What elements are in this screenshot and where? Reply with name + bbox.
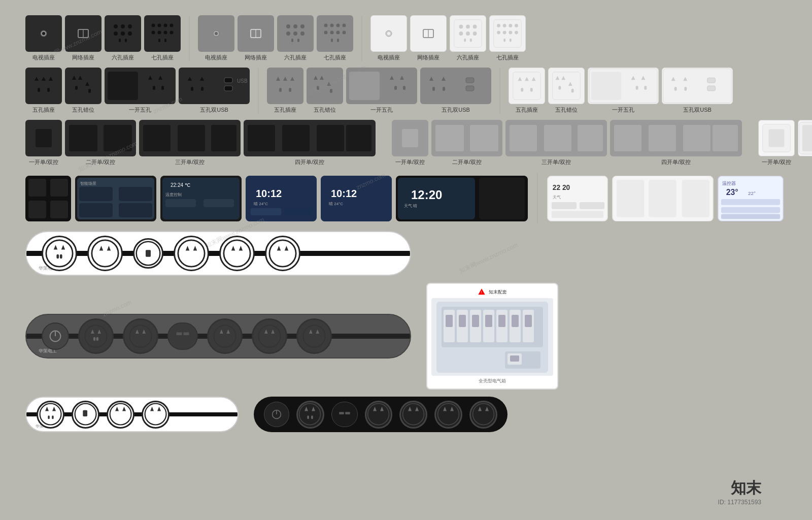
svg-rect-179 [802, 125, 812, 151]
svg-rect-46 [331, 39, 333, 42]
svg-rect-199 [119, 187, 152, 201]
label-5offset-dark: 五孔错位 [72, 106, 94, 114]
svg-rect-290 [459, 315, 466, 327]
svg-text:!: ! [481, 290, 482, 294]
svg-point-68 [509, 31, 512, 35]
svg-rect-320 [345, 412, 350, 414]
svg-point-1 [42, 32, 45, 35]
svg-point-29 [286, 24, 290, 28]
svg-rect-201 [119, 203, 152, 217]
svg-rect-165 [435, 125, 464, 151]
svg-text:23°: 23° [726, 188, 738, 197]
svg-rect-192 [50, 179, 68, 197]
svg-rect-166 [470, 125, 498, 151]
svg-rect-111 [349, 72, 380, 100]
svg-rect-89 [161, 86, 164, 90]
svg-point-33 [293, 31, 297, 36]
logo-id: ID: 1177351593 [718, 499, 761, 506]
svg-rect-94 [201, 87, 204, 91]
svg-text:12:20: 12:20 [411, 188, 442, 202]
label-5hole-dark: 五孔插座 [32, 106, 55, 114]
svg-text:天气: 天气 [553, 195, 561, 200]
svg-point-58 [473, 31, 477, 36]
svg-rect-144 [674, 87, 677, 91]
svg-point-45 [343, 31, 346, 35]
svg-point-251 [224, 240, 250, 267]
svg-rect-11 [119, 39, 121, 42]
logo-znzmo: 知末 [731, 478, 761, 499]
svg-rect-83 [88, 89, 91, 93]
svg-rect-104 [311, 72, 339, 100]
svg-rect-123 [513, 72, 540, 100]
svg-rect-109 [330, 89, 332, 93]
svg-rect-207 [204, 199, 234, 207]
svg-rect-291 [472, 315, 479, 327]
svg-rect-175 [713, 125, 738, 151]
svg-point-309 [145, 404, 166, 425]
svg-rect-78 [69, 72, 97, 100]
svg-point-7 [128, 24, 132, 28]
svg-point-321 [368, 404, 389, 425]
svg-rect-317 [308, 415, 309, 419]
svg-point-64 [509, 24, 512, 27]
svg-rect-36 [297, 39, 299, 42]
svg-rect-96 [224, 86, 232, 91]
svg-rect-35 [291, 39, 293, 42]
svg-text:22:24 ℃: 22:24 ℃ [171, 182, 190, 188]
svg-point-63 [503, 24, 506, 27]
svg-rect-230 [682, 180, 709, 217]
svg-rect-95 [224, 78, 232, 83]
svg-rect-228 [617, 180, 644, 217]
svg-point-16 [164, 24, 167, 27]
svg-point-254 [269, 240, 296, 267]
svg-point-41 [343, 24, 346, 27]
label-7hole-white: 七孔插座 [496, 54, 519, 61]
label-tv-white: 电视插座 [378, 54, 400, 61]
svg-rect-247 [146, 250, 151, 256]
svg-point-31 [300, 24, 304, 28]
svg-rect-161 [346, 125, 371, 151]
svg-rect-147 [707, 86, 716, 91]
svg-point-56 [459, 31, 463, 36]
svg-point-275 [303, 325, 325, 347]
svg-rect-242 [60, 254, 62, 258]
svg-rect-88 [153, 86, 155, 90]
svg-rect-220 [479, 178, 525, 219]
svg-rect-174 [683, 125, 710, 151]
svg-rect-151 [69, 125, 97, 151]
svg-text:10:12: 10:12 [256, 188, 282, 199]
label-6hole-gray: 六孔插座 [284, 54, 307, 61]
svg-rect-160 [317, 125, 344, 151]
svg-point-38 [324, 24, 328, 27]
svg-rect-115 [403, 86, 405, 90]
svg-rect-136 [591, 72, 621, 100]
svg-rect-134 [571, 89, 574, 93]
svg-rect-145 [684, 87, 687, 91]
svg-point-57 [466, 31, 470, 36]
svg-point-18 [152, 31, 155, 35]
svg-point-65 [515, 24, 518, 27]
svg-point-30 [293, 24, 297, 28]
svg-rect-77 [47, 88, 50, 92]
svg-rect-225 [580, 202, 604, 209]
svg-rect-295 [525, 315, 532, 327]
svg-rect-121 [466, 78, 474, 83]
svg-rect-236 [721, 207, 780, 213]
label-6hole-dark: 六孔插座 [112, 54, 134, 61]
svg-point-248 [178, 240, 205, 267]
svg-text:22°: 22° [748, 190, 756, 196]
svg-point-259 [85, 325, 107, 347]
svg-point-324 [402, 404, 424, 425]
svg-point-66 [497, 31, 500, 35]
breaker-label: 全壳型电气箱 [479, 378, 506, 384]
svg-point-8 [114, 31, 118, 36]
svg-text:晴 24°C: 晴 24°C [254, 202, 268, 206]
svg-point-69 [515, 31, 518, 35]
label-5usb-dark: 五孔双USB [200, 106, 228, 114]
svg-rect-140 [644, 86, 647, 90]
svg-point-40 [336, 24, 340, 27]
svg-rect-263 [96, 337, 98, 341]
svg-point-53 [459, 25, 463, 29]
svg-point-42 [324, 31, 328, 35]
label-net-white: 网络插座 [417, 54, 439, 61]
